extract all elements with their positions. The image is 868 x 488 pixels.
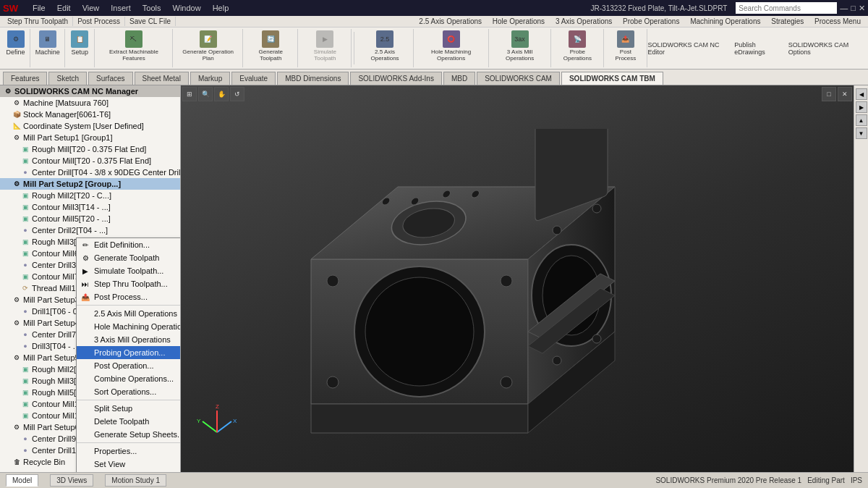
tab-mbd[interactable]: MBD xyxy=(443,72,475,85)
btn-genop[interactable]: 📝 Generate Operation Plan xyxy=(176,29,239,63)
cam-2axis-tab[interactable]: 2.5 Axis Operations xyxy=(414,17,486,25)
rp-btn1[interactable]: ◀ xyxy=(856,88,867,100)
btn-extract[interactable]: ⛏ Extract Machinable Features xyxy=(98,29,170,63)
status-software-label: SOLIDWORKS Premium 2020 Pre Release 1 xyxy=(655,476,801,484)
tree-stock[interactable]: 📦 Stock Manager[6061-T6] xyxy=(0,109,180,120)
status-tab-3dviews[interactable]: 3D Views xyxy=(50,474,93,487)
tree-contour5[interactable]: ▣ Contour Mill5[T20 - ...] xyxy=(0,213,180,224)
cm-properties[interactable]: Properties... xyxy=(77,445,181,458)
tab-mbd-dimensions[interactable]: MBD Dimensions xyxy=(277,72,349,85)
menu-tools[interactable]: Tools xyxy=(140,2,164,14)
btn-2axis[interactable]: 2.5 2.5 Axis Operations xyxy=(359,29,409,63)
btn-simtoolpath[interactable]: ▶ Simulate Toolpath xyxy=(302,29,348,63)
btn-hole[interactable]: ⭕ Hole Machining Operations xyxy=(417,29,485,63)
btn-machine[interactable]: 🖥 Machine xyxy=(33,29,63,57)
status-tab-model[interactable]: Model xyxy=(6,474,38,487)
search-input[interactable] xyxy=(736,2,837,14)
tree-contour1[interactable]: ▣ Contour Mill[T20 - 0.375 Flat End] xyxy=(0,155,180,167)
cam-process-tab[interactable]: Process Menu xyxy=(810,17,865,25)
cm-combine-icon xyxy=(79,373,92,384)
menu-window[interactable]: Window xyxy=(170,2,204,14)
menu-edit[interactable]: Edit xyxy=(54,2,74,14)
tree-setup1[interactable]: ⚙ Mill Part Setup1 [Group1] xyxy=(0,132,180,143)
toolbar-save-cl[interactable]: Save CL File xyxy=(125,17,176,26)
vp-right-controls: □ ✕ xyxy=(822,87,852,101)
tree-machine[interactable]: ⚙ Machine [Matsuura 760] xyxy=(0,97,180,109)
cm-3axis-ops[interactable]: 3 Axis Mill Operations ▶ xyxy=(77,333,181,346)
cam-probe-tab[interactable]: Probe Operations xyxy=(618,17,684,25)
cm-gen-setup-sheets[interactable]: Generate Setup Sheets... xyxy=(77,428,181,441)
tree-roughmill1[interactable]: ▣ Rough Mill[T20 - 0.375 Flat End] xyxy=(0,143,180,155)
rp-btn2[interactable]: ▶ xyxy=(856,101,867,113)
tab-sw-cam-tbm[interactable]: SOLIDWORKS CAM TBM xyxy=(561,72,663,85)
cm-split-setup[interactable]: Split Setup xyxy=(77,402,181,415)
vp-rotate-btn[interactable]: ↺ xyxy=(230,87,244,101)
cam-strategies-tab[interactable]: Strategies xyxy=(767,17,808,25)
machine-icon: 🖥 xyxy=(39,30,56,48)
tab-markup[interactable]: Markup xyxy=(190,72,230,85)
cm-combine-ops[interactable]: Combine Operations... xyxy=(77,372,181,385)
cm-post-process[interactable]: 📤 Post Process... xyxy=(77,290,181,303)
toolbar-group-setup: ⚙ Define xyxy=(1,29,30,67)
menu-file[interactable]: File xyxy=(30,2,48,14)
cm-delete-toolpath[interactable]: Delete Toolpath xyxy=(77,415,181,428)
btn-cam-nceditor[interactable]: SOLIDWORKS CAM NC Editor xyxy=(648,41,729,56)
tab-evaluate[interactable]: Evaluate xyxy=(231,72,276,85)
rp-btn3[interactable]: ▲ xyxy=(856,114,867,126)
vp-zoom-btn[interactable]: 🔍 xyxy=(198,87,213,101)
toolbar-step-thru[interactable]: Step Thru Toolpath xyxy=(3,17,73,26)
cm-step-thru-toolpath[interactable]: ⏭ Step Thru Toolpath... xyxy=(77,277,181,290)
btn-setup[interactable]: 📋 Setup xyxy=(68,29,91,57)
rp-btn4[interactable]: ▼ xyxy=(856,127,867,139)
cam-3axis-tab[interactable]: 3 Axis Operations xyxy=(551,17,616,25)
btn-publish[interactable]: Publish eDrawings xyxy=(734,41,783,56)
svg-point-9 xyxy=(327,376,339,388)
cm-sort-ops[interactable]: Sort Operations... xyxy=(77,385,181,398)
tab-sw-addins[interactable]: SOLIDWORKS Add-Ins xyxy=(350,72,441,85)
vp-orientation-btn[interactable]: ⊞ xyxy=(182,87,197,101)
tab-surfaces[interactable]: Surfaces xyxy=(88,72,132,85)
tree-roughmill2[interactable]: ▣ Rough Mill2[T20 - C...] xyxy=(0,190,180,201)
tree-centerdrill7-icon: ● xyxy=(20,329,30,340)
close-icon[interactable]: ✕ xyxy=(859,4,865,13)
cm-2axis-ops[interactable]: 2.5 Axis Mill Operations ▶ xyxy=(77,307,181,320)
toolbar-post-process[interactable]: Post Process xyxy=(73,17,125,26)
vp-display-btn[interactable]: □ xyxy=(822,87,836,101)
btn-cam-options[interactable]: SOLIDWORKS CAM Options xyxy=(788,41,864,56)
tree-contour3[interactable]: ▣ Contour Mill3[T14 - ...] xyxy=(0,201,180,213)
cm-set-view[interactable]: Set View ▶ xyxy=(77,458,181,471)
tab-sheetmetal[interactable]: Sheet Metal xyxy=(135,72,189,85)
toolbar-group-postop: 📤 Post Process xyxy=(605,29,647,67)
maximize-icon[interactable]: □ xyxy=(851,4,856,12)
btn-postop[interactable]: 📤 Post Process xyxy=(608,29,643,63)
vp-close-btn[interactable]: ✕ xyxy=(838,87,852,101)
vp-pan-btn[interactable]: ✋ xyxy=(214,87,229,101)
cm-hole-ops[interactable]: Hole Machining Operations ▶ xyxy=(77,320,181,333)
cm-hole-icon xyxy=(79,321,92,332)
cm-edit-definition[interactable]: ✏ Edit Definition... xyxy=(77,238,181,251)
btn-define[interactable]: ⚙ Define xyxy=(4,29,28,57)
menu-insert[interactable]: Insert xyxy=(108,2,134,14)
cm-probing-op[interactable]: Probing Operation... xyxy=(77,346,181,359)
btn-3axis[interactable]: 3ax 3 Axis Mill Operations xyxy=(493,29,548,63)
btn-genop-label: Generate Operation Plan xyxy=(179,49,237,62)
tab-sw-cam[interactable]: SOLIDWORKS CAM xyxy=(477,72,560,85)
cm-simulate-toolpath[interactable]: ▶ Simulate Toolpath... xyxy=(77,264,181,277)
menu-help[interactable]: Help xyxy=(210,2,232,14)
cam-machine-tab[interactable]: Machining Operations xyxy=(686,17,765,25)
minimize-icon[interactable]: — xyxy=(840,4,848,12)
menu-view[interactable]: View xyxy=(80,2,103,14)
cm-post-op[interactable]: Post Operation... xyxy=(77,359,181,372)
btn-probe[interactable]: 📡 Probe Operations xyxy=(555,29,600,63)
tree-coord[interactable]: 📐 Coordinate System [User Defined] xyxy=(0,120,180,132)
tab-features[interactable]: Features xyxy=(3,72,47,85)
cam-hole-tab[interactable]: Hole Operations xyxy=(488,17,549,25)
tab-sketch[interactable]: Sketch xyxy=(48,72,87,85)
cm-generate-toolpath[interactable]: ⚙ Generate Toolpath xyxy=(77,251,181,264)
tree-setup2[interactable]: ⚙ Mill Part Setup2 [Group...] xyxy=(0,178,180,190)
status-tab-motionstudy[interactable]: Motion Study 1 xyxy=(105,474,166,487)
tree-centerdrill2[interactable]: ● Center Drill2[T04 - ...] xyxy=(0,224,180,236)
3d-viewport[interactable]: ⊞ 🔍 ✋ ↺ □ ✕ xyxy=(181,85,854,472)
tree-centerdrill1[interactable]: ● Center Drill[T04 - 3/8 x 90DEG Center … xyxy=(0,167,180,178)
btn-gentoolpath[interactable]: 🔄 Generate Toolpath xyxy=(247,29,294,63)
